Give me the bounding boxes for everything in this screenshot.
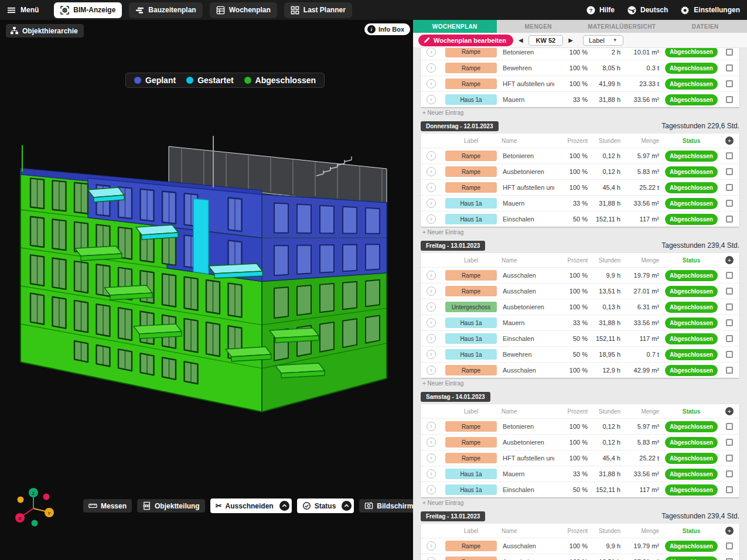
- messen-button[interactable]: Messen: [83, 499, 132, 513]
- row-checkbox[interactable]: [726, 303, 733, 310]
- menu-button[interactable]: Menü: [7, 6, 39, 15]
- expand-row-icon[interactable]: ›: [427, 334, 436, 343]
- status-badge[interactable]: Abgeschlossen: [665, 437, 718, 448]
- expand-row-icon[interactable]: ›: [427, 350, 436, 359]
- table-row[interactable]: ›Haus 1aEinschalen50 %152,11 h117 m²Abge…: [421, 482, 739, 497]
- table-row[interactable]: ›RampeAusschalen100 %13,51 h27.01 m²Abge…: [421, 554, 739, 560]
- add-entry-icon[interactable]: +: [725, 256, 734, 264]
- expand-row-icon[interactable]: ›: [427, 366, 436, 375]
- row-checkbox[interactable]: [726, 542, 733, 549]
- status-badge[interactable]: Abgeschlossen: [665, 469, 718, 480]
- table-row[interactable]: ›Haus 1aEinschalen50 %152,11 h117 m²Abge…: [421, 330, 739, 346]
- table-row[interactable]: ›UntergeschossAusbetonieren100 %0,13 h6.…: [421, 299, 739, 315]
- bildschirmfoto-button[interactable]: Bildschirmfoto: [359, 499, 413, 513]
- row-checkbox[interactable]: [726, 288, 733, 295]
- row-checkbox[interactable]: [726, 96, 733, 103]
- expand-row-icon[interactable]: ›: [427, 167, 436, 176]
- status-menu-toggle[interactable]: [342, 501, 352, 511]
- ausschneiden-menu-toggle[interactable]: [279, 501, 289, 511]
- status-badge[interactable]: Abgeschlossen: [665, 541, 718, 552]
- tab-mengen[interactable]: MENGEN: [497, 20, 581, 33]
- status-badge[interactable]: Abgeschlossen: [665, 317, 718, 329]
- row-checkbox[interactable]: [726, 64, 733, 71]
- expand-row-icon[interactable]: ›: [427, 557, 436, 560]
- table-row[interactable]: ›RampeHFT aufstellen und ausrichten100 %…: [421, 450, 739, 466]
- table-row[interactable]: ›RampeAusschalen100 %13,51 h27.01 m²Abge…: [421, 283, 739, 299]
- table-row[interactable]: ›RampeAusschalen100 %9,9 h19.79 m²Abgesc…: [421, 267, 739, 283]
- edit-wochenplan-button[interactable]: Wochenplan bearbeiten: [418, 35, 513, 46]
- nav-tab-wochenplan[interactable]: Wochenplan: [210, 2, 277, 18]
- building-model[interactable]: [0, 20, 413, 560]
- help-button[interactable]: ? Hilfe: [586, 6, 615, 15]
- status-badge[interactable]: Abgeschlossen: [665, 94, 718, 105]
- status-badge[interactable]: Abgeschlossen: [665, 48, 718, 57]
- info-box-button[interactable]: i Info Box: [364, 23, 410, 35]
- row-checkbox[interactable]: [726, 184, 733, 191]
- table-row[interactable]: ›Haus 1aEinschalen50 %152,11 h117 m²Abge…: [421, 211, 739, 227]
- expand-row-icon[interactable]: ›: [427, 199, 436, 208]
- row-checkbox[interactable]: [726, 272, 733, 279]
- row-checkbox[interactable]: [726, 470, 733, 477]
- expand-row-icon[interactable]: ›: [427, 541, 436, 551]
- week-selector[interactable]: KW 52: [528, 35, 564, 46]
- status-badge[interactable]: Abgeschlossen: [665, 63, 718, 74]
- status-badge[interactable]: Abgeschlossen: [665, 166, 718, 177]
- expand-row-icon[interactable]: ›: [427, 469, 436, 479]
- tab-wochenplan[interactable]: WOCHENPLAN: [413, 20, 497, 33]
- new-entry-link[interactable]: + Neuer Eintrag: [422, 229, 739, 235]
- status-badge[interactable]: Abgeschlossen: [665, 270, 718, 281]
- row-checkbox[interactable]: [726, 80, 733, 87]
- status-badge[interactable]: Abgeschlossen: [665, 302, 718, 313]
- add-entry-icon[interactable]: +: [725, 527, 734, 535]
- table-row[interactable]: ›Haus 1aMauern33 %31,88 h33.56 m²Abgesch…: [421, 91, 739, 107]
- next-week-button[interactable]: ▶: [567, 37, 574, 43]
- status-badge[interactable]: Abgeschlossen: [665, 349, 718, 360]
- row-checkbox[interactable]: [726, 335, 733, 342]
- row-checkbox[interactable]: [726, 486, 733, 493]
- label-filter-dropdown[interactable]: Label ▼: [583, 35, 623, 46]
- table-row[interactable]: ›RampeAusbetonieren100 %0,12 h5.83 m³Abg…: [421, 434, 739, 450]
- nav-tab-last-planner[interactable]: Last Planner: [284, 2, 352, 18]
- row-checkbox[interactable]: [726, 319, 733, 326]
- expand-row-icon[interactable]: ›: [427, 302, 436, 312]
- tab-materialuebersicht[interactable]: MATERIALÜBERSICHT: [580, 20, 664, 33]
- row-checkbox[interactable]: [726, 455, 733, 462]
- language-button[interactable]: Deutsch: [627, 6, 668, 15]
- status-badge[interactable]: Abgeschlossen: [665, 453, 718, 464]
- row-checkbox[interactable]: [726, 152, 733, 159]
- row-checkbox[interactable]: [726, 49, 733, 56]
- expand-row-icon[interactable]: ›: [427, 63, 436, 73]
- table-row[interactable]: ›Haus 1aMauern33 %31,88 h33.56 m²Abgesch…: [421, 466, 739, 482]
- table-row[interactable]: ›RampeBetonieren100 %0,12 h5.97 m³Abgesc…: [421, 148, 739, 163]
- bim-3d-viewer[interactable]: Objekthierarchie i Info Box Geplant Gest…: [0, 20, 413, 560]
- status-badge[interactable]: Abgeschlossen: [665, 556, 718, 560]
- row-checkbox[interactable]: [726, 351, 733, 358]
- row-checkbox[interactable]: [726, 423, 733, 430]
- wochenplan-content[interactable]: ›RampeBetonieren100 %2 h10.01 m³Abgeschl…: [413, 48, 747, 560]
- new-entry-link[interactable]: + Neuer Eintrag: [422, 110, 739, 116]
- table-row[interactable]: ›Haus 1aMauern33 %31,88 h33.56 m²Abgesch…: [421, 315, 739, 330]
- expand-row-icon[interactable]: ›: [427, 151, 436, 161]
- status-badge[interactable]: Abgeschlossen: [665, 78, 718, 90]
- settings-button[interactable]: Einstellungen: [681, 6, 740, 15]
- expand-row-icon[interactable]: ›: [427, 95, 436, 104]
- table-row[interactable]: ›Haus 1aMauern33 %31,88 h33.56 m²Abgesch…: [421, 195, 739, 211]
- status-badge[interactable]: Abgeschlossen: [665, 333, 718, 344]
- status-badge[interactable]: Abgeschlossen: [665, 214, 718, 225]
- status-badge[interactable]: Abgeschlossen: [665, 151, 718, 162]
- status-badge[interactable]: Abgeschlossen: [665, 421, 718, 432]
- table-row[interactable]: ›Haus 1aBewehren50 %18,95 h0.7 tAbgeschl…: [421, 346, 739, 362]
- expand-row-icon[interactable]: ›: [427, 183, 436, 192]
- expand-row-icon[interactable]: ›: [427, 453, 436, 463]
- expand-row-icon[interactable]: ›: [427, 286, 436, 296]
- status-badge[interactable]: Abgeschlossen: [665, 484, 718, 496]
- row-checkbox[interactable]: [726, 439, 733, 446]
- table-row[interactable]: ›RampeHFT aufstellen und ausrichten100 %…: [421, 76, 739, 91]
- expand-row-icon[interactable]: ›: [427, 48, 436, 57]
- expand-row-icon[interactable]: ›: [427, 271, 436, 280]
- axis-gizmo[interactable]: Z X Y: [12, 484, 56, 528]
- status-badge[interactable]: Abgeschlossen: [665, 286, 718, 297]
- row-checkbox[interactable]: [726, 168, 733, 175]
- new-entry-link[interactable]: + Neuer Eintrag: [422, 500, 739, 506]
- table-row[interactable]: ›RampeBetonieren100 %0,12 h5.97 m³Abgesc…: [421, 418, 739, 434]
